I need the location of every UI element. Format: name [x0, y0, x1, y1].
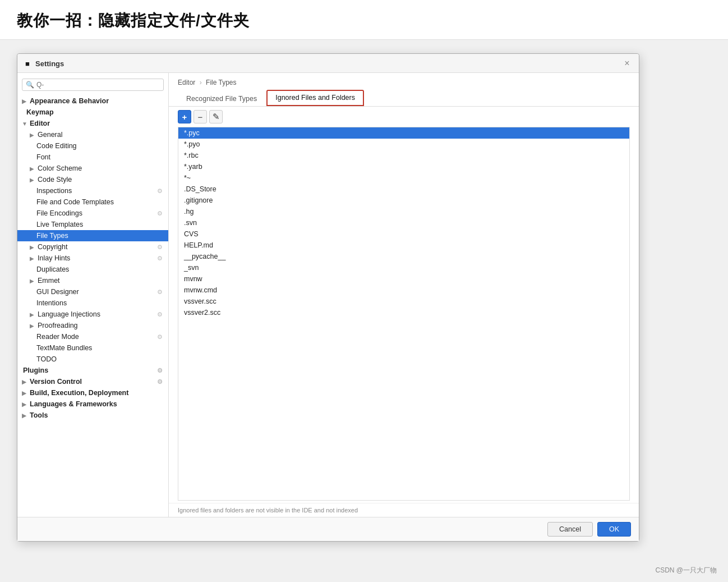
status-text: Ignored files and folders are not visibl…: [178, 507, 358, 514]
edit-button[interactable]: ✎: [209, 110, 223, 123]
sidebar-item-gui-designer[interactable]: GUI Designer ⚙: [17, 286, 168, 297]
sidebar-item-editor[interactable]: ▼ Editor: [17, 118, 168, 129]
file-item-ds-store[interactable]: .DS_Store: [178, 184, 629, 195]
search-icon: 🔍: [26, 81, 34, 89]
file-item-cvs[interactable]: CVS: [178, 228, 629, 240]
dialog-title-text: Settings: [35, 59, 622, 68]
file-item-yarb[interactable]: *.yarb: [178, 161, 629, 172]
sidebar-item-language-injections[interactable]: ▶ Language Injections ⚙: [17, 309, 168, 320]
sidebar-item-textmate-bundles[interactable]: TextMate Bundles: [17, 342, 168, 354]
sidebar-item-color-scheme[interactable]: ▶ Color Scheme: [17, 163, 168, 174]
file-item-mvnw[interactable]: mvnw: [178, 273, 629, 285]
sidebar-item-label: Code Editing: [36, 142, 77, 150]
sidebar-item-label: Keymap: [26, 108, 54, 116]
toolbar: + − ✎: [169, 107, 639, 127]
chevron-right-icon: ▶: [30, 255, 35, 262]
file-item-hg[interactable]: .hg: [178, 206, 629, 217]
chevron-right-icon: ▶: [22, 98, 27, 104]
sidebar: 🔍 ▶ Appearance & Behavior Keymap ▼ Edito…: [17, 73, 169, 517]
remove-button[interactable]: −: [193, 110, 207, 123]
breadcrumb: Editor › File Types: [169, 73, 639, 90]
chevron-right-icon: ▶: [30, 132, 35, 138]
close-button[interactable]: ×: [622, 58, 632, 68]
sidebar-item-label: Inspections: [36, 187, 72, 195]
sidebar-item-label: Color Scheme: [38, 164, 82, 172]
status-bar: Ignored files and folders are not visibl…: [169, 503, 639, 517]
search-box[interactable]: 🔍: [22, 79, 164, 91]
sidebar-item-tools[interactable]: ▶ Tools: [17, 410, 168, 421]
file-item-help-md[interactable]: HELP.md: [178, 240, 629, 251]
chevron-right-icon: ▶: [30, 323, 35, 329]
chevron-right-icon: ▶: [30, 166, 35, 172]
sidebar-item-inlay-hints[interactable]: ▶ Inlay Hints ⚙: [17, 253, 168, 264]
file-item-svn2[interactable]: _svn: [178, 262, 629, 273]
sidebar-item-label: Plugins: [23, 366, 48, 374]
sidebar-item-languages-frameworks[interactable]: ▶ Languages & Frameworks: [17, 398, 168, 410]
sidebar-item-general[interactable]: ▶ General: [17, 129, 168, 140]
sidebar-item-label: Font: [36, 153, 50, 161]
chevron-right-icon: ▶: [22, 379, 27, 385]
sidebar-item-reader-mode[interactable]: Reader Mode ⚙: [17, 331, 168, 342]
file-item-pycache[interactable]: __pycache__: [178, 251, 629, 262]
sidebar-item-label: Editor: [30, 120, 50, 127]
sidebar-item-label: Live Templates: [36, 221, 83, 228]
file-item-vssver-scc[interactable]: vssver.scc: [178, 296, 629, 307]
badge-icon: ⚙: [157, 255, 163, 262]
sidebar-item-keymap[interactable]: Keymap: [17, 107, 168, 118]
file-item-pyo[interactable]: *.pyo: [178, 139, 629, 150]
sidebar-item-version-control[interactable]: ▶ Version Control ⚙: [17, 376, 168, 387]
sidebar-item-emmet[interactable]: ▶ Emmet: [17, 275, 168, 286]
sidebar-item-appearance[interactable]: ▶ Appearance & Behavior: [17, 95, 168, 107]
badge-icon: ⚙: [157, 288, 163, 296]
sidebar-item-label: General: [38, 131, 62, 139]
file-item-rbc[interactable]: *.rbc: [178, 150, 629, 161]
chevron-right-icon: ▶: [30, 311, 35, 318]
sidebar-item-plugins[interactable]: Plugins ⚙: [17, 365, 168, 376]
badge-icon: ⚙: [157, 210, 163, 217]
cancel-button[interactable]: Cancel: [547, 522, 593, 537]
sidebar-item-file-encodings[interactable]: File Encodings ⚙: [17, 208, 168, 219]
file-item-tilde[interactable]: *~: [178, 172, 629, 184]
file-item-gitignore[interactable]: .gitignore: [178, 195, 629, 206]
sidebar-item-label: Version Control: [30, 378, 82, 386]
sidebar-item-proofreading[interactable]: ▶ Proofreading: [17, 320, 168, 331]
ok-button[interactable]: OK: [597, 522, 631, 537]
sidebar-item-code-editing[interactable]: Code Editing: [17, 140, 168, 152]
sidebar-item-copyright[interactable]: ▶ Copyright ⚙: [17, 241, 168, 253]
sidebar-item-label: Reader Mode: [36, 333, 79, 341]
sidebar-item-font[interactable]: Font: [17, 152, 168, 163]
sidebar-item-file-types[interactable]: File Types: [17, 230, 168, 241]
sidebar-item-build-execution[interactable]: ▶ Build, Execution, Deployment: [17, 387, 168, 398]
file-item-pyc[interactable]: *.pyc: [178, 127, 629, 139]
sidebar-item-label: Intentions: [36, 299, 67, 307]
tab-ignored-files-folders[interactable]: Ignored Files and Folders: [266, 90, 364, 106]
chevron-right-icon: ▶: [22, 413, 27, 419]
sidebar-item-label: Languages & Frameworks: [30, 400, 117, 408]
tabs-bar: Recognized File Types Ignored Files and …: [169, 90, 639, 107]
chevron-right-icon: ▶: [30, 278, 35, 284]
file-item-vssver2-scc[interactable]: vssver2.scc: [178, 307, 629, 318]
sidebar-item-inspections[interactable]: Inspections ⚙: [17, 185, 168, 196]
file-item-svn[interactable]: .svn: [178, 217, 629, 228]
dialog-body: 🔍 ▶ Appearance & Behavior Keymap ▼ Edito…: [17, 73, 639, 517]
sidebar-item-todo[interactable]: TODO: [17, 354, 168, 365]
dialog-icon: ■: [23, 59, 32, 68]
sidebar-item-label: Tools: [30, 411, 48, 419]
sidebar-item-label: Copyright: [38, 243, 68, 251]
sidebar-item-live-templates[interactable]: Live Templates: [17, 219, 168, 230]
sidebar-item-intentions[interactable]: Intentions: [17, 297, 168, 309]
add-button[interactable]: +: [178, 110, 191, 123]
badge-icon: ⚙: [157, 367, 163, 374]
file-item-mvnw-cmd[interactable]: mvnw.cmd: [178, 285, 629, 296]
sidebar-item-code-style[interactable]: ▶ Code Style: [17, 174, 168, 185]
page-body: ■ Settings × 🔍 ▶ Appearance & Behavior K…: [0, 40, 728, 555]
sidebar-item-duplicates[interactable]: Duplicates: [17, 264, 168, 275]
breadcrumb-part-file-types: File Types: [206, 79, 236, 86]
search-input[interactable]: [36, 81, 160, 89]
sidebar-item-file-code-templates[interactable]: File and Code Templates: [17, 196, 168, 208]
sidebar-item-label: Build, Execution, Deployment: [30, 389, 128, 397]
sidebar-item-label: TextMate Bundles: [36, 344, 92, 352]
tab-recognized-file-types[interactable]: Recognized File Types: [178, 91, 265, 106]
sidebar-item-label: File and Code Templates: [36, 198, 114, 206]
settings-dialog: ■ Settings × 🔍 ▶ Appearance & Behavior K…: [17, 53, 639, 542]
